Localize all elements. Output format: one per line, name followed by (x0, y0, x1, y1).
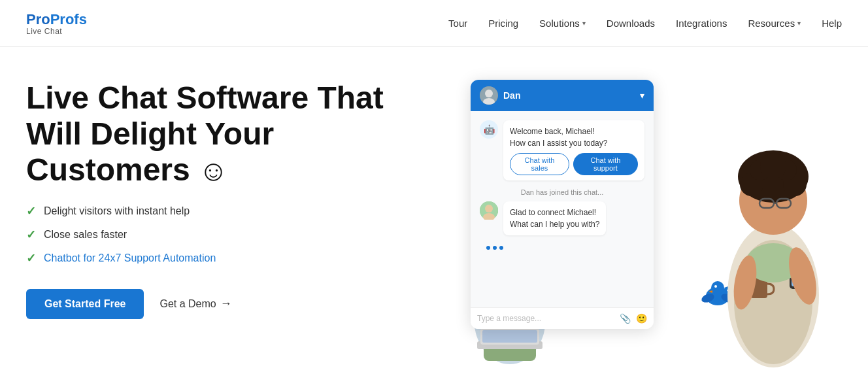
smiley-emoji: ☺ (199, 154, 228, 186)
chat-body: 🤖 Welcome back, Michael!How can I assist… (471, 111, 654, 307)
main-content: Live Chat Software That Will Delight You… (0, 47, 868, 374)
chat-minimize-icon[interactable]: ▾ (640, 90, 644, 101)
nav-help[interactable]: Help (822, 18, 842, 29)
logo-profs: Profs (50, 11, 87, 27)
chat-with-sales-button[interactable]: Chat with sales (510, 153, 569, 175)
nav-resources[interactable]: Resources ▾ (748, 18, 801, 29)
dot-2 (493, 246, 497, 250)
chat-with-support-button[interactable]: Chat with support (573, 153, 638, 175)
svg-point-30 (760, 153, 786, 179)
site-header: ProProfs Live Chat Tour Pricing Solution… (0, 0, 868, 47)
person-right (705, 126, 842, 374)
check-icon-1: ✓ (26, 204, 36, 218)
feature-item-3: ✓ Chatbot for 24x7 Support Automation (26, 251, 431, 265)
dot-3 (499, 246, 503, 250)
bot-avatar: 🤖 (480, 120, 498, 139)
cta-area: Get Started Free Get a Demo → (26, 289, 431, 319)
hero-right: Dan ▾ 🤖 Welcome back, Michael!How can I … (431, 73, 842, 374)
hero-left: Live Chat Software That Will Delight You… (26, 73, 431, 374)
feature-list: ✓ Delight visitors with instant help ✓ C… (26, 204, 431, 265)
check-icon-2: ✓ (26, 228, 36, 242)
join-message: Dan has joined this chat... (480, 188, 644, 196)
human-bubble: Glad to connect Michael!What can I help … (503, 201, 606, 235)
chat-input-placeholder[interactable]: Type a message... (477, 314, 620, 323)
agent-avatar (480, 86, 498, 105)
resources-chevron-icon: ▾ (797, 20, 801, 27)
nav-pricing[interactable]: Pricing (488, 18, 518, 29)
chat-input-icons: 📎 🙂 (620, 313, 647, 324)
svg-point-13 (485, 205, 493, 212)
chat-header: Dan ▾ (471, 80, 654, 111)
dot-1 (486, 246, 490, 250)
nav-solutions[interactable]: Solutions ▾ (539, 18, 586, 29)
get-demo-button[interactable]: Get a Demo → (159, 297, 231, 311)
check-icon-3: ✓ (26, 251, 36, 265)
nav-integrations[interactable]: Integrations (676, 18, 727, 29)
agent-name: Dan (503, 90, 520, 101)
feature-item-1: ✓ Delight visitors with instant help (26, 204, 431, 218)
typing-indicator (480, 243, 644, 252)
solutions-chevron-icon: ▾ (582, 20, 586, 27)
bot-bubble: Welcome back, Michael!How can I assist y… (503, 120, 644, 180)
main-nav: Tour Pricing Solutions ▾ Downloads Integ… (448, 18, 842, 29)
bot-message: 🤖 Welcome back, Michael!How can I assist… (480, 120, 644, 180)
bot-greeting-text: Welcome back, Michael!How can I assist y… (510, 126, 638, 149)
chat-widget: Dan ▾ 🤖 Welcome back, Michael!How can I … (471, 80, 654, 329)
logo-pro: Pro (26, 11, 50, 27)
emoji-icon[interactable]: 🙂 (636, 313, 647, 324)
svg-rect-6 (482, 330, 537, 343)
svg-point-10 (485, 90, 493, 97)
hero-title: Live Chat Software That Will Delight You… (26, 80, 431, 188)
feature-item-2: ✓ Close sales faster (26, 228, 431, 242)
human-message: Glad to connect Michael!What can I help … (480, 201, 644, 235)
chat-header-left: Dan (480, 86, 520, 105)
chatbot-link[interactable]: Chatbot for 24x7 Support Automation (44, 252, 216, 264)
nav-downloads[interactable]: Downloads (607, 18, 655, 29)
get-started-button[interactable]: Get Started Free (26, 289, 144, 319)
logo[interactable]: ProProfs Live Chat (26, 11, 87, 36)
nav-tour[interactable]: Tour (448, 18, 467, 29)
chat-input-area: Type a message... 📎 🙂 (471, 307, 654, 329)
attachment-icon[interactable]: 📎 (620, 313, 631, 324)
human-avatar (480, 201, 498, 220)
logo-subtitle: Live Chat (26, 27, 62, 36)
arrow-icon: → (220, 297, 232, 311)
bot-actions: Chat with sales Chat with support (510, 153, 638, 175)
